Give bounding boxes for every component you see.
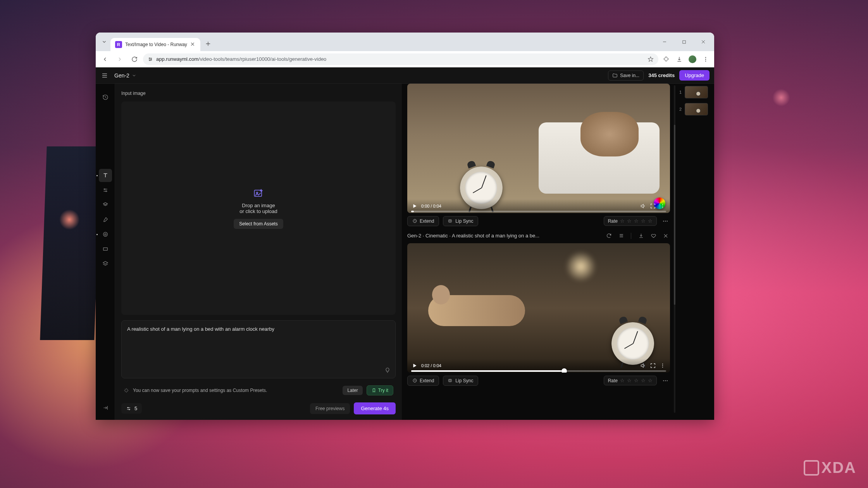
left-toolrail xyxy=(96,84,115,420)
svg-point-35 xyxy=(666,380,667,381)
volume-icon[interactable] xyxy=(640,363,646,369)
layers-icon[interactable] xyxy=(99,257,112,270)
model-label: Gen-2 xyxy=(114,72,129,79)
lip-sync-button[interactable]: Lip Sync xyxy=(443,216,478,226)
lip-sync-button[interactable]: Lip Sync xyxy=(443,376,478,386)
camera-motion-icon[interactable] xyxy=(99,228,112,241)
star-icon[interactable]: ☆ xyxy=(627,378,632,383)
generate-button[interactable]: Generate 4s xyxy=(354,402,396,414)
extend-button[interactable]: Extend xyxy=(407,376,439,386)
input-panel: Input image Drop an image or click to up… xyxy=(115,84,402,420)
browser-titlebar: R Text/Image to Video - Runway xyxy=(96,33,714,51)
rate-control[interactable]: Rate ☆ ☆ ☆ ☆ ☆ xyxy=(604,216,657,226)
later-button[interactable]: Later xyxy=(343,386,362,395)
url-text: app.runwayml.com/video-tools/teams/rpius… xyxy=(156,56,644,62)
aspect-ratio-icon[interactable] xyxy=(99,242,112,256)
list-icon[interactable] xyxy=(617,232,625,240)
close-tab-icon[interactable] xyxy=(190,42,196,47)
svg-point-21 xyxy=(450,220,450,221)
maximize-button[interactable] xyxy=(675,36,692,48)
upgrade-button[interactable]: Upgrade xyxy=(679,70,710,81)
collapse-icon[interactable] xyxy=(99,401,112,414)
result-title: Gen-2 · Cinematic · A realistic shot of … xyxy=(407,233,601,239)
motion-icon[interactable] xyxy=(99,198,112,211)
result-actions: Extend Lip Sync Rate ☆ ☆ ☆ xyxy=(407,216,670,226)
site-settings-icon[interactable] xyxy=(148,57,153,62)
extend-button[interactable]: Extend xyxy=(407,216,439,226)
folder-icon xyxy=(612,73,618,78)
video-menu-icon[interactable] xyxy=(660,203,665,209)
download-icon[interactable] xyxy=(637,232,645,240)
star-icon[interactable]: ☆ xyxy=(641,378,646,383)
runway-app: Gen-2 Save in... 345 credits Upgrade xyxy=(96,67,714,420)
address-bar[interactable]: app.runwayml.com/video-tools/teams/rpius… xyxy=(143,53,658,65)
save-in-button[interactable]: Save in... xyxy=(608,70,644,81)
prompt-text[interactable]: A realistic shot of a man lying on a bed… xyxy=(127,326,390,332)
star-icon[interactable]: ☆ xyxy=(634,378,639,383)
extend-icon xyxy=(412,378,417,383)
output-count[interactable]: 5 xyxy=(121,403,142,414)
thumbnail-image[interactable] xyxy=(685,86,708,98)
window-controls xyxy=(656,36,712,48)
video-menu-icon[interactable] xyxy=(660,363,665,368)
svg-point-4 xyxy=(705,57,706,58)
scrollbar[interactable] xyxy=(674,85,675,413)
svg-point-9 xyxy=(103,232,107,237)
free-previews-button[interactable]: Free previews xyxy=(310,403,350,414)
try-it-button[interactable]: Try it xyxy=(367,385,393,395)
profile-avatar[interactable] xyxy=(687,54,698,65)
more-icon[interactable] xyxy=(661,376,670,385)
volume-icon[interactable] xyxy=(640,203,646,209)
image-dropzone[interactable]: Drop an image or click to upload Select … xyxy=(121,101,396,315)
history-icon[interactable] xyxy=(99,91,112,104)
rate-control[interactable]: Rate ☆ ☆ ☆ ☆ ☆ xyxy=(604,376,657,385)
sliders-icon[interactable] xyxy=(99,184,112,197)
star-icon[interactable]: ☆ xyxy=(648,378,653,383)
menu-icon[interactable] xyxy=(100,71,109,80)
tab-search-button[interactable] xyxy=(98,36,110,48)
bulb-icon[interactable] xyxy=(384,367,391,373)
fullscreen-icon[interactable] xyxy=(650,363,656,369)
generate-bar: 5 Free previews Generate 4s xyxy=(121,402,396,414)
heart-icon[interactable] xyxy=(649,232,658,240)
extensions-icon[interactable] xyxy=(661,54,672,65)
thumbnail[interactable]: 1 xyxy=(679,86,709,98)
video-player[interactable]: 0:02 / 0:04 xyxy=(407,243,670,373)
video-player[interactable]: 0:00 / 0:04 xyxy=(407,84,670,213)
bookmark-small-icon xyxy=(372,388,376,393)
close-window-button[interactable] xyxy=(695,36,712,48)
more-icon[interactable] xyxy=(661,217,670,226)
close-result-icon[interactable] xyxy=(661,232,670,240)
back-button[interactable] xyxy=(99,53,111,65)
svg-point-31 xyxy=(450,380,450,380)
star-icon[interactable]: ☆ xyxy=(620,218,625,224)
tab-title: Text/Image to Video - Runway xyxy=(125,42,187,47)
model-selector[interactable]: Gen-2 xyxy=(114,72,136,79)
star-icon[interactable]: ☆ xyxy=(627,218,632,224)
text-tool-icon[interactable] xyxy=(99,169,112,182)
svg-point-8 xyxy=(105,191,107,192)
browser-tab[interactable]: R Text/Image to Video - Runway xyxy=(110,38,200,51)
result-thumbnails: 1 2 xyxy=(679,84,709,414)
result-card: Gen-2 · Cinematic · A realistic shot of … xyxy=(407,232,670,386)
play-icon[interactable] xyxy=(412,203,417,209)
star-icon[interactable]: ☆ xyxy=(634,218,639,224)
reload-button[interactable] xyxy=(128,53,141,65)
thumbnail[interactable]: 2 xyxy=(679,103,709,115)
thumbnail-image[interactable] xyxy=(685,103,708,115)
brush-icon[interactable] xyxy=(99,213,112,226)
bookmark-icon[interactable] xyxy=(648,56,654,62)
forward-button[interactable] xyxy=(114,53,126,65)
prompt-input[interactable]: A realistic shot of a man lying on a bed… xyxy=(121,320,396,378)
browser-menu-icon[interactable] xyxy=(700,54,711,65)
fullscreen-icon[interactable] xyxy=(650,203,656,209)
minimize-button[interactable] xyxy=(656,36,673,48)
star-icon[interactable]: ☆ xyxy=(620,378,625,383)
star-icon[interactable]: ☆ xyxy=(641,218,646,224)
regenerate-icon[interactable] xyxy=(604,232,613,240)
star-icon[interactable]: ☆ xyxy=(648,218,653,224)
select-from-assets-button[interactable]: Select from Assets xyxy=(234,219,283,229)
downloads-icon[interactable] xyxy=(674,54,685,65)
play-icon[interactable] xyxy=(412,363,417,368)
new-tab-button[interactable] xyxy=(203,38,214,49)
